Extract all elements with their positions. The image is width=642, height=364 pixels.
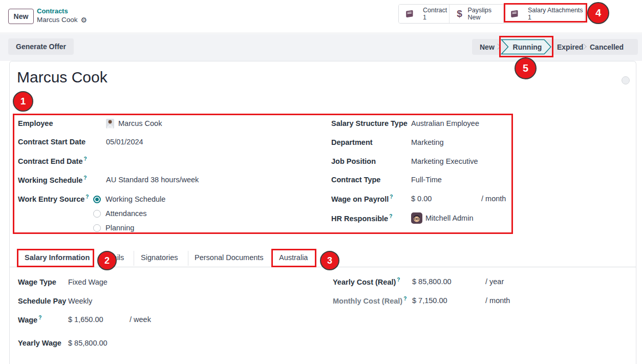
radio-selected-icon[interactable] [93, 196, 101, 203]
field-label: Salary Structure Type [331, 119, 408, 127]
payslips-smart-button[interactable]: $ Payslips New [450, 5, 503, 23]
field-label: Yearly Cost (Real) [333, 278, 396, 286]
field-job-position: Job Position Marketing Executive [331, 156, 478, 167]
field-label: Wage Type [18, 278, 56, 286]
radio-unselected-icon[interactable] [93, 210, 101, 218]
smart-button-value: New [467, 14, 491, 21]
job-position-value[interactable]: Marketing Executive [411, 157, 478, 165]
book-icon [510, 10, 519, 18]
help-icon[interactable]: ? [389, 213, 392, 219]
wage-type-value[interactable]: Fixed Wage [68, 278, 108, 286]
radio-label: Working Schedule [105, 195, 165, 203]
smart-button-label: Salary Attachments [528, 7, 583, 14]
field-label: Contract Type [331, 176, 380, 184]
tab-salary-information[interactable]: Salary Information [25, 253, 90, 262]
tab-separator [134, 251, 134, 266]
tab-personal-documents[interactable]: Personal Documents [195, 253, 264, 262]
tab-australia[interactable]: Australia [279, 253, 308, 262]
breadcrumb-contracts-link[interactable]: Contracts [37, 7, 87, 15]
field-label: Working Schedule [18, 176, 82, 184]
wage-on-payroll-value[interactable]: $ 0.00 [411, 195, 481, 203]
field-hr-responsible: HR Responsible? Mitchell Admin [331, 212, 473, 224]
book-icon [405, 10, 414, 18]
wage-value[interactable]: $ 1,650.00 [68, 315, 130, 324]
field-wage-type: Wage Type Fixed Wage [18, 276, 108, 288]
field-monthly-cost-real: Monthly Cost (Real)? $ 7,150.00 / month [333, 295, 510, 306]
contract-type-value[interactable]: Full-Time [411, 176, 442, 184]
contract-smart-button[interactable]: Contract 1 [399, 5, 450, 23]
smart-button-value: 1 [423, 14, 447, 21]
salary-structure-type-value[interactable]: Australian Employee [411, 119, 479, 127]
wage-unit: / week [130, 315, 151, 324]
status-expired[interactable]: Expired [557, 39, 583, 55]
employee-value[interactable]: Marcus Cook [118, 119, 162, 127]
yearly-wage-value[interactable]: $ 85,800.00 [68, 339, 108, 347]
field-contract-end-date: Contract End Date? [18, 155, 106, 166]
help-icon[interactable]: ? [390, 194, 393, 200]
field-contract-type: Contract Type Full-Time [331, 174, 442, 185]
employee-avatar [106, 119, 114, 129]
gear-icon[interactable]: ⚙ [81, 16, 88, 24]
radio-attendances[interactable]: Attendances [93, 208, 147, 219]
help-icon[interactable]: ? [403, 296, 406, 302]
schedule-pay-value[interactable]: Weekly [68, 297, 92, 305]
yearly-cost-value[interactable]: $ 85,800.00 [412, 277, 485, 286]
breadcrumb: Contracts Marcus Cook ⚙ [37, 7, 87, 25]
new-button[interactable]: New [8, 9, 34, 24]
radio-label: Planning [105, 224, 134, 232]
contract-start-date-value[interactable]: 05/01/2024 [106, 138, 143, 146]
radio-planning[interactable]: Planning [93, 222, 134, 233]
radio-label: Attendances [105, 209, 147, 218]
field-yearly-wage: Yearly Wage $ 85,800.00 [18, 337, 108, 349]
field-label: Contract End Date [18, 157, 83, 165]
field-label: Employee [18, 119, 53, 127]
help-icon[interactable]: ? [83, 175, 87, 181]
help-icon[interactable]: ? [397, 277, 400, 283]
radio-working-schedule[interactable]: Working Schedule [93, 194, 165, 205]
tab-separator [188, 251, 188, 266]
tab-details[interactable]: Details [101, 253, 124, 262]
field-label: Wage [18, 316, 37, 324]
header: New Contracts Marcus Cook ⚙ Contract 1 $ [0, 0, 642, 33]
monthly-cost-value[interactable]: $ 7,150.00 [412, 296, 485, 305]
field-schedule-pay: Schedule Pay Weekly [18, 295, 92, 307]
contracts-form-page: New Contracts Marcus Cook ⚙ Contract 1 $ [0, 0, 642, 364]
dollar-icon: $ [456, 8, 463, 19]
field-label: Contract Start Date [18, 138, 85, 146]
field-label: Department [331, 138, 373, 146]
statusbar: New Expired Cancelled Running [472, 39, 638, 55]
field-yearly-cost-real: Yearly Cost (Real)? $ 85,800.00 / year [333, 276, 504, 287]
yearly-cost-unit: / year [485, 277, 504, 286]
hr-responsible-value[interactable]: Mitchell Admin [425, 214, 473, 222]
status-cancelled[interactable]: Cancelled [590, 39, 624, 55]
field-working-schedule: Working Schedule? AU Standard 38 hours/w… [18, 174, 199, 185]
smart-buttons: Contract 1 $ Payslips New Salary Attachm… [398, 4, 585, 24]
field-contract-start-date: Contract Start Date 05/01/2024 [18, 136, 143, 147]
tabs-divider [10, 267, 636, 267]
field-label: Wage on Payroll [331, 195, 389, 203]
smart-button-label: Payslips [467, 7, 491, 14]
field-wage-on-payroll: Wage on Payroll? $ 0.00 / month [331, 193, 506, 204]
breadcrumb-current: Marcus Cook [37, 15, 78, 25]
field-label: Schedule Pay [18, 297, 66, 305]
tab-signatories[interactable]: Signatories [141, 253, 178, 262]
field-employee: Employee Marcus Cook [18, 118, 162, 129]
generate-offer-button[interactable]: Generate Offer [8, 38, 74, 55]
help-icon[interactable]: ? [85, 194, 89, 200]
record-title: Marcus Cook [17, 69, 108, 86]
radio-unselected-icon[interactable] [93, 224, 101, 232]
field-label: Yearly Wage [18, 339, 61, 347]
field-department: Department Marketing [331, 137, 444, 148]
field-label: Job Position [331, 157, 376, 165]
field-label: HR Responsible [331, 215, 388, 223]
help-icon[interactable]: ? [38, 315, 41, 320]
status-running[interactable]: Running [501, 39, 552, 56]
working-schedule-value[interactable]: AU Standard 38 hours/week [106, 176, 199, 184]
field-salary-structure-type: Salary Structure Type Australian Employe… [331, 118, 479, 129]
field-wage: Wage? $ 1,650.00 / week [18, 314, 151, 325]
department-value[interactable]: Marketing [411, 138, 444, 146]
help-icon[interactable]: ? [84, 156, 87, 162]
salary-attachments-smart-button[interactable]: Salary Attachments 1 [504, 5, 585, 23]
field-label: Monthly Cost (Real) [333, 297, 402, 305]
status-new[interactable]: New [480, 39, 495, 55]
